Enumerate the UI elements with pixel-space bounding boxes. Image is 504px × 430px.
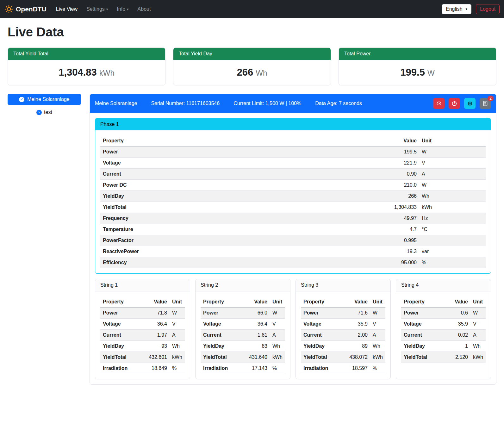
- row-value: 1,304.833: [378, 202, 419, 213]
- row-value: 83: [245, 341, 270, 352]
- nav-item-live-view[interactable]: Live View: [52, 4, 81, 15]
- speedometer-icon: [436, 101, 442, 107]
- table-row: Efficiency 95.000 %: [100, 257, 486, 268]
- nav-item-info[interactable]: Info ▾: [113, 4, 132, 15]
- row-unit: Wh: [270, 341, 285, 352]
- row-value: 66.0: [245, 308, 270, 319]
- row-value: 36.4: [145, 319, 170, 330]
- row-unit: V: [370, 319, 385, 330]
- brand[interactable]: OpenDTU: [4, 5, 47, 14]
- column-header-value: Value: [446, 296, 470, 308]
- row-property: Temperature: [100, 224, 378, 235]
- string-card-header: String 2: [196, 279, 290, 291]
- row-property: Power: [100, 146, 378, 158]
- sidebar-item-test[interactable]: ✕ test: [8, 109, 81, 115]
- row-value: 35.9: [345, 319, 370, 330]
- table-row: YieldDay 83 Wh: [201, 341, 285, 352]
- table-row: Current 2.00 A: [301, 330, 385, 341]
- column-header-unit: Unit: [170, 296, 185, 308]
- row-value: 0.995: [378, 235, 419, 246]
- row-unit: A: [419, 169, 486, 180]
- summary-card-header: Total Power: [339, 48, 496, 60]
- inverter-limit: Current Limit: 1,500 W | 100%: [233, 101, 301, 106]
- string-card-header: String 3: [296, 279, 390, 291]
- summary-card-header: Total Yield Day: [173, 48, 331, 60]
- row-property: Power DC: [100, 180, 378, 191]
- table-row: Power 71.8 W: [100, 308, 185, 319]
- table-row: YieldDay 93 Wh: [100, 341, 185, 352]
- nav-item-about[interactable]: About: [134, 4, 155, 15]
- main-row: ✓ Meine Solaranlage ✕ test Meine Solaran…: [8, 94, 496, 385]
- row-unit: °C: [419, 224, 486, 235]
- table-row: Current 1.81 A: [201, 330, 285, 341]
- summary-card-body: 1,304.83kWh: [8, 60, 165, 85]
- string-card-2: String 2 Property Value Unit: [195, 279, 290, 379]
- inverter-select-button[interactable]: ✓ Meine Solaranlage: [8, 94, 81, 105]
- page-container: Live Data Total Yield Total 1,304.83kWh …: [0, 18, 504, 392]
- table-row: Power 71.6 W: [301, 308, 385, 319]
- row-value: 18.597: [345, 363, 370, 374]
- nav-item-label: About: [138, 6, 151, 12]
- table-row: YieldTotal 2.520 kWh: [401, 352, 486, 363]
- inverter-action-buttons: 2: [433, 98, 491, 109]
- string-card-3: String 3 Property Value Unit: [296, 279, 391, 379]
- summary-unit: W: [427, 69, 435, 77]
- column-header-property: Property: [100, 135, 378, 146]
- row-value: 1.81: [245, 330, 270, 341]
- row-unit: kWh: [470, 352, 486, 363]
- row-unit: W: [270, 308, 285, 319]
- row-value: 1: [446, 341, 470, 352]
- table-row: Voltage 36.4 V: [100, 319, 185, 330]
- row-value: 2.00: [345, 330, 370, 341]
- inverter-card-header: Meine Solaranlage Serial Number: 1161716…: [90, 94, 496, 113]
- table-row: Voltage 35.9 V: [401, 319, 486, 330]
- table-row: Voltage 221.9 V: [100, 158, 486, 169]
- string-table-head: Property Value Unit: [301, 296, 385, 308]
- column-header-value: Value: [345, 296, 370, 308]
- row-property: Current: [201, 330, 245, 341]
- row-property: Voltage: [100, 158, 378, 169]
- string-card-1: String 1 Property Value Unit: [95, 279, 190, 379]
- nav-right: English ▾ Logout: [442, 4, 500, 14]
- summary-card-body: 199.5W: [339, 60, 496, 85]
- device-info-button[interactable]: [464, 98, 476, 109]
- phase-card: Phase 1 Property Value Unit Power: [95, 118, 491, 274]
- row-property: Irradiation: [100, 363, 145, 374]
- nav-item-settings[interactable]: Settings ▾: [83, 4, 112, 15]
- string-table: Property Value Unit Power 0.6 W: [401, 296, 486, 363]
- column-header-unit: Unit: [419, 135, 486, 146]
- table-header-row: Property Value Unit: [401, 296, 486, 308]
- string-card-body: Property Value Unit Power 0.6 W: [396, 291, 491, 368]
- table-row: Temperature 4.7 °C: [100, 224, 486, 235]
- string-card-body: Property Value Unit Power 71.8 W: [95, 291, 190, 379]
- event-log-button[interactable]: 2: [480, 98, 491, 109]
- table-header-row: Property Value Unit: [100, 135, 486, 146]
- table-row: Power 66.0 W: [201, 308, 285, 319]
- logout-button[interactable]: Logout: [476, 4, 500, 14]
- table-row: Power 0.6 W: [401, 308, 486, 319]
- limit-settings-button[interactable]: [433, 98, 445, 109]
- table-row: Irradiation 18.597 %: [301, 363, 385, 374]
- summary-card-total-power: Total Power 199.5W: [339, 47, 496, 85]
- row-value: 432.601: [145, 352, 170, 363]
- row-value: 71.8: [145, 308, 170, 319]
- inverter-serial: Serial Number: 116171603546: [151, 101, 220, 106]
- language-selector[interactable]: English ▾: [442, 4, 471, 14]
- top-navbar: OpenDTU Live View Settings ▾ Info ▾ Abou…: [0, 0, 504, 18]
- inverter-sidebar: ✓ Meine Solaranlage ✕ test: [8, 94, 81, 115]
- row-value: 221.9: [378, 158, 419, 169]
- row-unit: %: [270, 363, 285, 374]
- summary-unit: kWh: [99, 69, 115, 77]
- row-value: 0.90: [378, 169, 419, 180]
- table-row: YieldTotal 1,304.833 kWh: [100, 202, 486, 213]
- row-value: 1.97: [145, 330, 170, 341]
- row-unit: V: [170, 319, 185, 330]
- chevron-down-icon: ▾: [106, 7, 108, 11]
- row-unit: A: [170, 330, 185, 341]
- row-property: Current: [100, 330, 145, 341]
- row-value: 35.9: [446, 319, 470, 330]
- table-row: PowerFactor 0.995: [100, 235, 486, 246]
- row-unit: A: [470, 330, 486, 341]
- check-circle-icon: ✓: [19, 97, 24, 102]
- power-button[interactable]: [449, 98, 460, 109]
